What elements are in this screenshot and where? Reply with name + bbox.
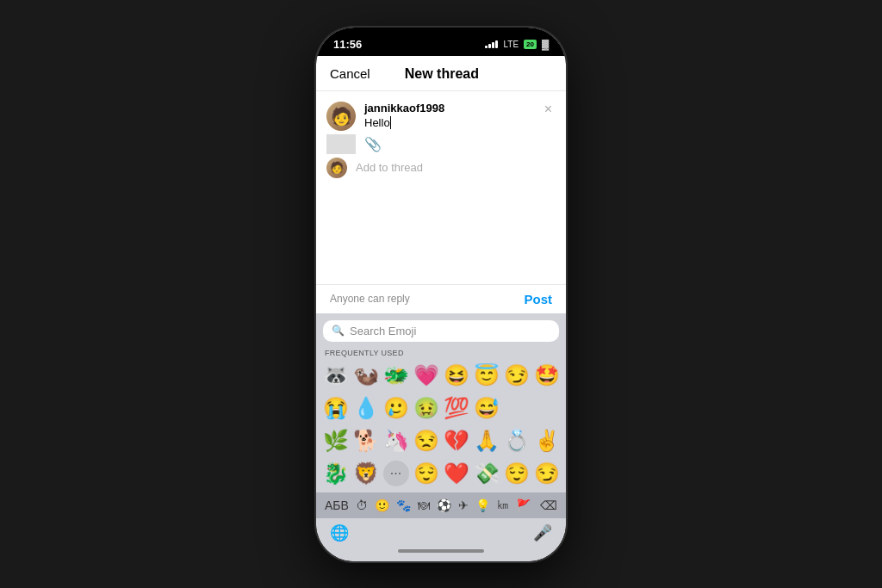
frequently-used-label: FREQUENTLY USED: [316, 345, 566, 360]
emoji-dragon2[interactable]: 🐉: [321, 458, 350, 489]
emoji-search-bar: 🔍 Search Emoji: [316, 313, 566, 345]
abc-button[interactable]: АБВ: [325, 498, 349, 512]
microphone-icon[interactable]: 🎤: [533, 523, 552, 542]
emoji-100[interactable]: 💯: [442, 393, 470, 424]
emoji-droplet[interactable]: 💧: [351, 393, 380, 424]
small-avatar: 🧑: [326, 158, 347, 178]
emoji-leaf[interactable]: 🌿: [321, 425, 350, 456]
emoji-relieved[interactable]: 🥲: [382, 393, 410, 424]
emoji-money[interactable]: 💸: [472, 458, 500, 489]
nav-header: Cancel New thread: [316, 56, 566, 91]
thread-content: jannikkaof1998 Hello​: [364, 102, 532, 131]
emoji-heart-pink[interactable]: 💗: [412, 360, 440, 391]
emoji-sweat-smile[interactable]: 😅: [472, 393, 500, 424]
keyboard-tools-left: АБВ ⏱ 🙂 🐾 🍽 ⚽ ✈ 💡 ㎞ 🚩: [325, 498, 531, 513]
food-icon[interactable]: 🍽: [418, 498, 430, 512]
page-title: New thread: [405, 66, 479, 82]
emoji-dragon[interactable]: 🐲: [382, 360, 410, 391]
add-thread-row: 🧑 Add to thread: [316, 158, 566, 178]
compose-area: jannikkaof1998 Hello​ × 📎 🧑 Ad: [316, 91, 566, 284]
bottom-bar: Anyone can reply Post: [316, 284, 566, 313]
signal-icon: [485, 40, 498, 48]
lte-label: LTE: [503, 40, 519, 49]
emoji-pray[interactable]: 🙏: [472, 425, 500, 456]
avatar-image: [326, 102, 356, 131]
emoji-empty2: [532, 393, 561, 424]
objects-icon[interactable]: 💡: [475, 498, 490, 512]
username-label: jannikkaof1998: [364, 102, 532, 115]
thread-post-row: jannikkaof1998 Hello​ ×: [316, 102, 566, 131]
home-bar: [398, 549, 484, 553]
more-emojis-button[interactable]: ···: [383, 461, 409, 486]
activity-icon[interactable]: ⚽: [437, 498, 451, 512]
emoji-red-heart[interactable]: ❤️: [442, 458, 470, 489]
battery-icon: ▓: [542, 39, 549, 49]
status-bar: 11:56 LTE 20 ▓: [316, 28, 566, 56]
travel-icon[interactable]: ✈: [458, 498, 469, 512]
home-indicator-area: [316, 546, 566, 561]
reply-options-label[interactable]: Anyone can reply: [330, 293, 410, 305]
keyboard-bottom-row: 🌐 🎤: [316, 518, 566, 546]
thread-line: [326, 134, 356, 154]
post-button[interactable]: Post: [524, 292, 552, 306]
emoji-lion[interactable]: 🦁: [351, 458, 380, 489]
emoji-starstruck[interactable]: 🤩: [532, 360, 561, 391]
thread-connector: 📎: [316, 134, 566, 154]
avatar: [326, 102, 356, 131]
emoji-unamused[interactable]: 😒: [412, 425, 440, 456]
emoji-relieved2[interactable]: 😌: [412, 458, 440, 489]
emoji-smirk2[interactable]: 😏: [532, 458, 561, 489]
emoji-laugh[interactable]: 😆: [442, 360, 470, 391]
emoji-otter[interactable]: 🦦: [351, 360, 380, 391]
status-time: 11:56: [333, 38, 362, 51]
lte-badge: 20: [524, 40, 537, 49]
emoji-grid: 🦝 🦦 🐲 💗 😆 😇 😏 🤩 😭 💧 🥲 🤢 💯 😅 🌿: [316, 360, 566, 492]
emoji-ring[interactable]: 💍: [502, 425, 531, 456]
symbols-icon[interactable]: ㎞: [497, 498, 509, 513]
search-icon: 🔍: [332, 325, 345, 337]
globe-icon[interactable]: 🌐: [330, 523, 349, 542]
emoji-empty1: [502, 393, 531, 424]
emoji-satisfied[interactable]: 😌: [502, 458, 531, 489]
emoji-keyboard: 🔍 Search Emoji FREQUENTLY USED 🦝 🦦 🐲 💗 😆…: [316, 313, 566, 561]
nature-icon[interactable]: 🐾: [396, 498, 411, 512]
keyboard-toolbar: АБВ ⏱ 🙂 🐾 🍽 ⚽ ✈ 💡 ㎞ 🚩 ⌫: [316, 492, 566, 518]
emoji-crying[interactable]: 😭: [321, 393, 350, 424]
thread-line-col: [326, 134, 356, 154]
add-thread-label[interactable]: Add to thread: [356, 161, 423, 174]
emoji-broken-heart[interactable]: 💔: [442, 425, 470, 456]
close-icon[interactable]: ×: [541, 102, 556, 117]
delete-icon[interactable]: ⌫: [540, 498, 557, 512]
emoji-peace[interactable]: ✌️: [532, 425, 561, 456]
emoji-search-container[interactable]: 🔍 Search Emoji: [323, 320, 559, 342]
status-icons: LTE 20 ▓: [485, 39, 549, 49]
emoji-nauseated[interactable]: 🤢: [412, 393, 440, 424]
emoji-raccoon[interactable]: 🦝: [321, 360, 350, 391]
emoji-unicorn[interactable]: 🦄: [382, 425, 410, 456]
emoji-search-input-placeholder[interactable]: Search Emoji: [350, 325, 416, 337]
emoji-halo[interactable]: 😇: [472, 360, 500, 391]
attachment-icon[interactable]: 📎: [364, 136, 382, 152]
emoji-smirk[interactable]: 😏: [502, 360, 531, 391]
emoji-dog[interactable]: 🐕: [351, 425, 380, 456]
smiley-icon[interactable]: 🙂: [375, 498, 389, 512]
thread-text-input[interactable]: Hello​: [364, 116, 532, 129]
recent-icon[interactable]: ⏱: [356, 498, 368, 512]
phone-screen: 11:56 LTE 20 ▓ Cancel New thread: [316, 28, 566, 561]
flags-icon[interactable]: 🚩: [516, 498, 531, 512]
phone-frame: 11:56 LTE 20 ▓ Cancel New thread: [316, 28, 566, 561]
cancel-button[interactable]: Cancel: [330, 66, 370, 81]
